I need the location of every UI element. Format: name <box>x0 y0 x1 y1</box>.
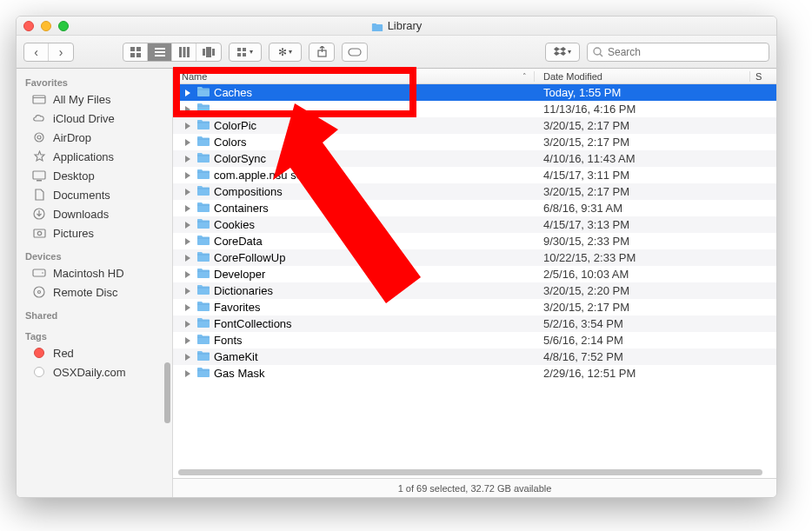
disclosure-triangle-icon[interactable] <box>185 288 190 295</box>
close-button[interactable] <box>23 21 34 31</box>
sidebar-item-desktop[interactable]: Desktop <box>17 166 172 185</box>
file-name-label: Dictionaries <box>214 284 273 297</box>
file-list[interactable]: CachesToday, 1:55 PM11/13/16, 4:16 PMCol… <box>173 84 776 478</box>
file-row[interactable]: 11/13/16, 4:16 PM <box>173 101 776 117</box>
disclosure-triangle-icon[interactable] <box>185 90 190 96</box>
minimize-button[interactable] <box>41 21 51 31</box>
search-input[interactable] <box>608 46 763 58</box>
file-row[interactable]: CoreData9/30/15, 2:33 PM <box>173 233 776 249</box>
horizontal-scrollbar[interactable] <box>178 469 762 475</box>
file-row[interactable]: ColorPic3/20/15, 2:17 PM <box>173 117 776 134</box>
disclosure-triangle-icon[interactable] <box>185 205 190 212</box>
sidebar-tag-red[interactable]: Red <box>17 343 172 362</box>
disclosure-triangle-icon[interactable] <box>185 321 190 328</box>
file-date-cell: 4/15/17, 3:11 PM <box>535 169 750 182</box>
icon-view-button[interactable] <box>123 43 148 61</box>
svg-rect-30 <box>33 269 45 276</box>
file-name-label: Caches <box>214 86 252 99</box>
file-row[interactable]: Favorites3/20/15, 2:17 PM <box>173 299 776 315</box>
file-row[interactable]: Compositions3/20/15, 2:17 PM <box>173 183 776 200</box>
disclosure-triangle-icon[interactable] <box>185 238 190 245</box>
file-name-label: Favorites <box>214 301 260 314</box>
svg-point-29 <box>37 231 41 235</box>
arrange-button[interactable]: ▾ <box>230 43 261 61</box>
search-field[interactable] <box>587 43 769 62</box>
folder-icon <box>196 136 210 149</box>
svg-rect-2 <box>130 53 135 57</box>
file-name-cell: Developer <box>173 268 535 282</box>
sidebar-item-applications[interactable]: Applications <box>17 147 172 166</box>
file-name-cell: Favorites <box>173 301 535 315</box>
forward-button[interactable]: › <box>49 43 73 61</box>
disclosure-triangle-icon[interactable] <box>185 337 190 344</box>
file-row[interactable]: Fonts5/6/16, 2:14 PM <box>173 332 776 348</box>
sidebar-section-devices[interactable]: Devices <box>17 249 172 263</box>
file-name-cell: Colors <box>173 136 535 149</box>
sidebar-scrollbar[interactable] <box>164 362 170 423</box>
folder-icon <box>196 317 210 331</box>
file-name-label: Developer <box>214 268 265 281</box>
folder-icon <box>196 350 210 364</box>
file-row[interactable]: com.apple.nsu sessiond4/15/17, 3:11 PM <box>173 167 776 183</box>
disclosure-triangle-icon[interactable] <box>185 354 190 361</box>
file-row[interactable]: ColorSync4/10/16, 11:43 AM <box>173 150 776 167</box>
documents-icon <box>32 189 46 201</box>
action-button[interactable]: ✻ ▾ <box>270 43 301 61</box>
folder-icon <box>196 169 210 183</box>
dropbox-button[interactable]: ▾ <box>545 43 580 62</box>
file-row[interactable]: FontCollections5/2/16, 3:54 PM <box>173 315 776 332</box>
disclosure-triangle-icon[interactable] <box>185 106 190 113</box>
back-button[interactable]: ‹ <box>24 43 49 61</box>
sidebar-item-airdrop[interactable]: AirDrop <box>17 128 172 147</box>
file-row[interactable]: Developer2/5/16, 10:03 AM <box>173 266 776 282</box>
file-row[interactable]: Containers6/8/16, 9:31 AM <box>173 200 776 216</box>
disclosure-triangle-icon[interactable] <box>185 304 190 311</box>
share-icon <box>317 46 327 57</box>
list-view-button[interactable] <box>148 43 172 61</box>
sidebar-item-documents[interactable]: Documents <box>17 185 172 204</box>
disclosure-triangle-icon[interactable] <box>185 123 190 129</box>
zoom-button[interactable] <box>58 21 69 31</box>
sidebar-item-downloads[interactable]: Downloads <box>17 204 172 223</box>
sidebar-item-all-my-files[interactable]: All My Files <box>17 90 172 109</box>
coverflow-view-button[interactable] <box>196 43 221 61</box>
file-row[interactable]: Colors3/20/15, 2:17 PM <box>173 134 776 150</box>
column-header-size[interactable]: S <box>750 71 776 82</box>
file-row[interactable]: Gas Mask2/29/16, 12:51 PM <box>173 365 776 382</box>
disclosure-triangle-icon[interactable] <box>185 172 190 179</box>
file-row[interactable]: Cookies4/15/17, 3:13 PM <box>173 216 776 233</box>
disclosure-triangle-icon[interactable] <box>185 370 190 377</box>
file-date-cell: 3/20/15, 2:20 PM <box>535 284 750 297</box>
disclosure-triangle-icon[interactable] <box>185 222 190 229</box>
disclosure-triangle-icon[interactable] <box>185 139 190 146</box>
sidebar-section-tags[interactable]: Tags <box>17 329 172 343</box>
file-row[interactable]: Dictionaries3/20/15, 2:20 PM <box>173 282 776 299</box>
column-headers: Name ˄ Date Modified S <box>173 69 776 84</box>
disclosure-triangle-icon[interactable] <box>185 156 190 163</box>
column-header-date[interactable]: Date Modified <box>535 71 750 82</box>
file-row[interactable]: CoreFollowUp10/22/15, 2:33 PM <box>173 249 776 266</box>
file-date-cell: 4/8/16, 7:52 PM <box>535 350 750 363</box>
action-button-group: ✻ ▾ <box>269 43 302 62</box>
disclosure-triangle-icon[interactable] <box>185 271 190 278</box>
sidebar-tag-osxdaily[interactable]: OSXDaily.com <box>17 362 172 382</box>
file-name-cell: Cookies <box>173 218 535 232</box>
sidebar-item-icloud-drive[interactable]: iCloud Drive <box>17 109 172 128</box>
sidebar-item-macintosh-hd[interactable]: Macintosh HD <box>17 263 172 282</box>
svg-point-19 <box>594 48 601 55</box>
share-button[interactable] <box>309 43 335 62</box>
sidebar-item-pictures[interactable]: Pictures <box>17 223 172 242</box>
column-view-button[interactable] <box>172 43 196 61</box>
sidebar-section-favorites[interactable]: Favorites <box>17 76 172 90</box>
column-header-name[interactable]: Name ˄ <box>173 71 535 82</box>
file-row[interactable]: CachesToday, 1:55 PM <box>173 84 776 101</box>
file-row[interactable]: GameKit4/8/16, 7:52 PM <box>173 348 776 365</box>
file-date-cell: 5/6/16, 2:14 PM <box>535 334 750 347</box>
sidebar-section-shared[interactable]: Shared <box>17 309 172 322</box>
disclosure-triangle-icon[interactable] <box>185 189 190 196</box>
file-name-label: CoreData <box>214 235 263 248</box>
file-name-label: Containers <box>214 202 269 215</box>
sidebar-item-remote-disc[interactable]: Remote Disc <box>17 282 172 302</box>
edit-tags-button[interactable] <box>342 43 368 62</box>
disclosure-triangle-icon[interactable] <box>185 255 190 262</box>
